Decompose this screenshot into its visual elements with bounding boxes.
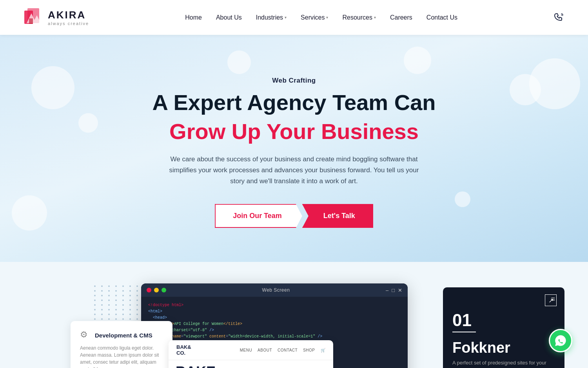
deco-circle-5 xyxy=(78,113,98,133)
nav-industries[interactable]: Industries ▾ xyxy=(256,14,287,21)
deco-circle-8 xyxy=(404,47,431,74)
join-team-button[interactable]: Join Our Team xyxy=(215,204,302,228)
bake-nav-about[interactable]: ABOUT xyxy=(258,348,272,352)
nav-contact[interactable]: Contact Us xyxy=(426,14,457,21)
bake-nav-shop[interactable]: SHOP xyxy=(303,348,315,352)
hero-tag: Web Crafting xyxy=(272,77,316,85)
nav-about[interactable]: About Us xyxy=(216,14,242,21)
nav-careers[interactable]: Careers xyxy=(390,14,412,21)
nav-menu: Home About Us Industries ▾ Services ▾ Re… xyxy=(185,14,457,21)
bake-left: BAKE xyxy=(169,360,263,368)
navbar: AKIRA always creative Home About Us Indu… xyxy=(0,0,588,35)
deco-circle-4 xyxy=(529,58,580,109)
bake-big-text: BAKE xyxy=(176,365,256,368)
bake-window: BAK&CO. MENU ABOUT CONTACT SHOP 🛒 BAKE P… xyxy=(169,340,333,368)
fokkner-arrow[interactable]: ↗ xyxy=(545,294,557,306)
deco-circle-6 xyxy=(12,195,47,231)
bake-nav-links: MENU ABOUT CONTACT SHOP 🛒 xyxy=(240,348,325,352)
hero-section: Web Crafting A Expert Agency Team Can Gr… xyxy=(0,35,588,262)
fokkner-bar xyxy=(452,332,476,332)
dot-grid: (() => { const container = document.quer… xyxy=(94,285,140,320)
fokkner-title: Fokkner xyxy=(452,340,555,355)
dev-card: ⚙ Development & CMS Aenean commodo ligul… xyxy=(71,321,172,368)
code-window-bar: Web Screen – □ ✕ xyxy=(141,283,408,297)
fokkner-card: ≡ ↗ 01 Fokkner A perfect set of predesig… xyxy=(443,287,564,368)
deco-circle-7 xyxy=(455,191,470,207)
minimize-icon[interactable]: – xyxy=(386,287,388,293)
bake-body: BAKE Premium artisanal pastries, lunch a… xyxy=(169,360,333,368)
gear-icon: ⚙ xyxy=(80,330,91,341)
window-minimize-dot xyxy=(154,288,159,292)
hero-cta-group: Join Our Team Let's Talk xyxy=(215,204,373,228)
deco-circle-2 xyxy=(227,51,251,74)
whatsapp-icon xyxy=(554,334,567,347)
code-window-controls: – □ ✕ xyxy=(386,287,402,293)
phone-icon[interactable] xyxy=(554,12,564,23)
fokkner-number: 01 xyxy=(452,310,555,330)
bake-nav-menu[interactable]: MENU xyxy=(240,348,252,352)
deco-circle-1 xyxy=(31,66,74,109)
hero-description: We care about the success of your busine… xyxy=(169,154,419,187)
brand-tagline: always creative xyxy=(48,21,89,26)
preview-section: (() => { const container = document.quer… xyxy=(0,262,588,368)
whatsapp-button[interactable] xyxy=(549,329,572,352)
bake-nav-contact[interactable]: CONTACT xyxy=(278,348,298,352)
bake-nav-cart-icon[interactable]: 🛒 xyxy=(321,348,326,352)
hero-title-line2: Grow Up Your Business xyxy=(169,118,419,144)
hero-title-line1: A Expert Agency Team Can xyxy=(152,90,436,115)
dev-card-desc: Aenean commodo ligula eget dolor. Aenean… xyxy=(80,345,163,368)
restore-icon[interactable]: □ xyxy=(392,287,395,293)
dev-card-title: Development & CMS xyxy=(95,332,152,339)
logo-icon xyxy=(24,7,44,28)
dev-card-header: ⚙ Development & CMS xyxy=(80,330,163,341)
bake-nav: BAK&CO. MENU ABOUT CONTACT SHOP 🛒 xyxy=(169,340,333,360)
lets-talk-button[interactable]: Let's Talk xyxy=(302,204,373,228)
window-close-dot xyxy=(147,288,151,292)
fokkner-description: A perfect set of predesigned sites for y… xyxy=(452,359,555,368)
window-maximize-dot xyxy=(162,288,166,292)
nav-resources[interactable]: Resources ▾ xyxy=(342,14,376,21)
svg-rect-2 xyxy=(29,18,33,24)
nav-home[interactable]: Home xyxy=(185,14,202,21)
code-window-title: Web Screen xyxy=(169,287,383,293)
bake-right: Premium artisanal pastries, lunch and co… xyxy=(263,360,333,368)
logo[interactable]: AKIRA always creative xyxy=(24,7,89,28)
bake-logo: BAK&CO. xyxy=(176,344,191,356)
close-icon[interactable]: ✕ xyxy=(398,287,402,293)
nav-services[interactable]: Services ▾ xyxy=(301,14,328,21)
fokkner-top: ≡ xyxy=(452,295,555,303)
brand-name: AKIRA xyxy=(48,9,89,21)
